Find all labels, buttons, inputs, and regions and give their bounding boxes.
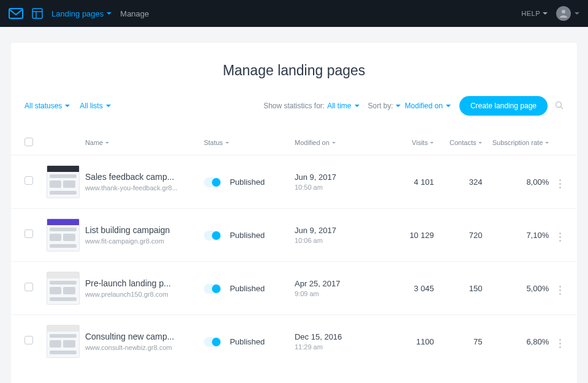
row-menu-button[interactable] bbox=[557, 177, 564, 191]
subscription-rate-value: 5,00% bbox=[482, 284, 549, 293]
visits-value: 1100 bbox=[385, 337, 434, 346]
sort-label: Sort by: bbox=[368, 102, 393, 110]
row-name[interactable]: Pre-launch landing p... bbox=[85, 278, 195, 288]
svg-rect-1 bbox=[32, 9, 42, 18]
page-title: Manage landing pages bbox=[11, 43, 577, 96]
table-row: Consulting new camp... www.consult-newbi… bbox=[11, 314, 577, 368]
row-name[interactable]: Sales feedback camp... bbox=[85, 172, 195, 182]
thumbnail[interactable] bbox=[47, 165, 80, 198]
subscription-rate-value: 7,10% bbox=[482, 231, 549, 240]
row-menu-button[interactable] bbox=[557, 337, 564, 351]
thumbnail[interactable] bbox=[47, 218, 80, 251]
chevron-down-icon bbox=[543, 12, 548, 15]
visits-value: 10 129 bbox=[385, 231, 434, 240]
col-visits[interactable]: Visits bbox=[385, 139, 434, 146]
visits-value: 3 045 bbox=[385, 284, 434, 293]
row-checkbox[interactable] bbox=[24, 283, 33, 291]
table-row: List building campaign www.fit-campaign.… bbox=[11, 208, 577, 261]
status-text: Published bbox=[230, 177, 265, 187]
nav-landing-pages[interactable]: Landing pages bbox=[51, 9, 111, 18]
chevron-down-icon bbox=[545, 142, 549, 144]
row-menu-button[interactable] bbox=[557, 230, 564, 244]
row-url[interactable]: www.fit-campaign.gr8.com bbox=[85, 237, 195, 245]
status-toggle[interactable] bbox=[204, 284, 221, 294]
col-contacts[interactable]: Contacts bbox=[434, 139, 482, 146]
contacts-value: 75 bbox=[434, 337, 482, 346]
chevron-down-icon bbox=[65, 105, 70, 107]
chevron-down-icon bbox=[106, 105, 111, 107]
help-link[interactable]: HELP bbox=[521, 10, 548, 17]
filter-all-statuses[interactable]: All statuses bbox=[24, 102, 70, 110]
contacts-value: 150 bbox=[434, 284, 482, 293]
mail-icon[interactable] bbox=[9, 8, 23, 19]
chevron-down-icon bbox=[396, 105, 401, 107]
filter-bar: All statuses All lists Show statistics f… bbox=[11, 96, 577, 129]
svg-line-6 bbox=[561, 106, 564, 109]
select-all-checkbox[interactable] bbox=[24, 138, 33, 146]
nav-manage-label: Manage bbox=[120, 9, 149, 18]
modified-date: Jun 9, 2017 bbox=[295, 173, 385, 182]
row-checkbox[interactable] bbox=[24, 229, 33, 238]
status-toggle[interactable] bbox=[204, 231, 221, 240]
filter-all-time[interactable]: All time bbox=[327, 102, 359, 110]
chevron-down-icon bbox=[105, 142, 109, 144]
modified-date: Apr 25, 2017 bbox=[295, 279, 385, 288]
table-body: Sales feedback camp... www.thank-you-fee… bbox=[11, 155, 577, 368]
sort-modified-on[interactable]: Modified on bbox=[396, 102, 451, 110]
chevron-down-icon bbox=[446, 105, 451, 107]
contacts-value: 720 bbox=[434, 231, 482, 240]
modified-time: 10:50 am bbox=[295, 184, 385, 191]
search-icon[interactable] bbox=[555, 101, 564, 111]
chevron-down-icon bbox=[355, 105, 360, 107]
chevron-down-icon bbox=[332, 142, 336, 144]
row-url[interactable]: www.consult-newbiz.gr8.com bbox=[85, 344, 195, 351]
filter-all-lists-label: All lists bbox=[80, 102, 102, 110]
row-url[interactable]: www.prelaunch150.gr8.com bbox=[85, 291, 195, 298]
status-toggle[interactable] bbox=[204, 337, 221, 347]
row-menu-button[interactable] bbox=[557, 283, 564, 297]
content-card: Manage landing pages All statuses All li… bbox=[11, 43, 577, 383]
chevron-down-icon[interactable] bbox=[575, 12, 579, 15]
modified-time: 10:06 am bbox=[295, 237, 385, 244]
modified-time: 9:09 am bbox=[295, 290, 385, 297]
chevron-down-icon bbox=[430, 142, 434, 144]
status-toggle[interactable] bbox=[204, 177, 221, 187]
thumbnail[interactable] bbox=[47, 272, 80, 305]
nav-manage[interactable]: Manage bbox=[120, 9, 149, 18]
row-url[interactable]: www.thank-you-feedback.gr8... bbox=[85, 184, 195, 192]
subscription-rate-value: 6,80% bbox=[482, 337, 549, 346]
layout-icon[interactable] bbox=[32, 8, 43, 19]
status-text: Published bbox=[230, 337, 265, 346]
col-modified-on[interactable]: Modified on bbox=[295, 139, 336, 146]
row-name[interactable]: Consulting new camp... bbox=[85, 332, 195, 341]
create-landing-page-button[interactable]: Create landing page bbox=[459, 96, 548, 116]
filter-all-time-label: All time bbox=[327, 102, 351, 110]
row-checkbox[interactable] bbox=[24, 336, 33, 344]
col-status[interactable]: Status bbox=[204, 139, 229, 146]
svg-point-4 bbox=[562, 10, 565, 13]
contacts-value: 324 bbox=[434, 177, 482, 187]
col-name[interactable]: Name bbox=[85, 139, 109, 146]
table-row: Sales feedback camp... www.thank-you-fee… bbox=[11, 155, 577, 208]
col-subscription-rate[interactable]: Subscription rate bbox=[482, 139, 549, 146]
chevron-down-icon bbox=[107, 12, 111, 15]
chevron-down-icon bbox=[478, 142, 482, 144]
filter-all-lists[interactable]: All lists bbox=[80, 102, 110, 110]
filter-all-statuses-label: All statuses bbox=[24, 102, 62, 110]
modified-date: Jun 9, 2017 bbox=[295, 226, 385, 235]
table-row: Pre-launch landing p... www.prelaunch150… bbox=[11, 261, 577, 314]
modified-date: Dec 15, 2016 bbox=[295, 332, 385, 341]
sort-modified-on-label: Modified on bbox=[405, 102, 443, 110]
row-checkbox[interactable] bbox=[24, 176, 33, 185]
top-nav: Landing pages Manage HELP bbox=[0, 0, 588, 27]
table-header: Name Status Modified on Visits Contacts … bbox=[11, 129, 577, 155]
status-text: Published bbox=[230, 284, 265, 293]
avatar[interactable] bbox=[556, 6, 571, 21]
stats-label: Show statistics for: bbox=[263, 102, 325, 110]
svg-point-5 bbox=[556, 102, 562, 107]
chevron-down-icon bbox=[225, 142, 229, 144]
nav-landing-pages-label: Landing pages bbox=[51, 9, 104, 18]
row-name[interactable]: List building campaign bbox=[85, 225, 195, 235]
thumbnail[interactable] bbox=[47, 325, 80, 358]
subscription-rate-value: 8,00% bbox=[482, 177, 549, 187]
